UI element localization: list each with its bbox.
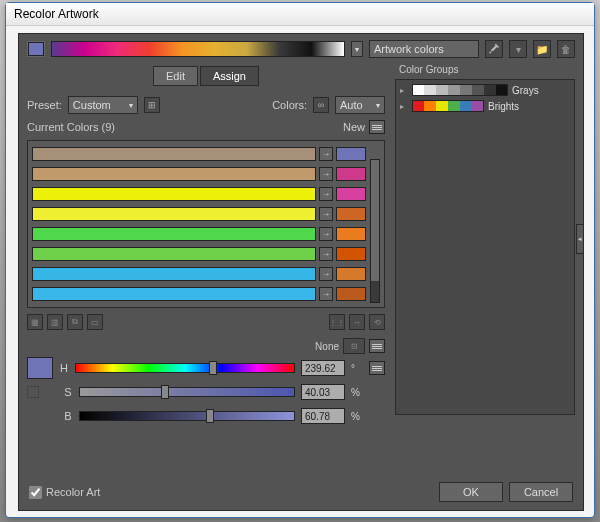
main-panel: ▾ Artwork colors ▾ 📁 🗑 Edit Assign Prese… [18,33,584,511]
list-toolbar: ▦ ▥ ⧉ ▭ ⋮⋮ ↔ ⟲ [27,314,385,330]
s-unit: % [351,387,363,398]
separate-icon[interactable]: ▥ [47,314,63,330]
disclosure-triangle-icon[interactable]: ▸ [400,102,408,111]
color-row[interactable]: → [32,225,366,243]
current-color-bar[interactable] [32,287,316,301]
b-unit: % [351,411,363,422]
new-row-icon[interactable]: ▭ [87,314,103,330]
colorspace-flyout-icon[interactable] [369,361,385,375]
preset-options-icon[interactable]: ⊞ [144,97,160,113]
b-label: B [63,410,73,422]
color-row[interactable]: → [32,205,366,223]
color-group-select-label: Artwork colors [374,43,444,55]
current-color-bar[interactable] [32,207,316,221]
disclosure-triangle-icon[interactable]: ▸ [400,86,408,95]
new-color-swatch[interactable] [336,227,366,241]
ok-button[interactable]: OK [439,482,503,502]
current-color-bar[interactable] [32,167,316,181]
out-of-gamut-icon[interactable] [27,386,39,398]
s-slider[interactable] [79,387,295,397]
s-slider-thumb[interactable] [161,385,169,399]
color-row[interactable]: → [32,145,366,163]
footer-row: Recolor Art OK Cancel [29,482,573,502]
folder-icon[interactable]: 📁 [533,40,551,58]
color-row[interactable]: → [32,265,366,283]
link-colors-icon[interactable]: ∞ [313,97,329,113]
titlebar[interactable]: Recolor Artwork [6,3,594,26]
s-value[interactable]: 40.03 [301,384,345,400]
new-color-swatch[interactable] [336,187,366,201]
assign-arrow-icon[interactable]: → [319,187,333,201]
current-colors-header: Current Colors (9) [27,121,115,133]
list-scrollbar[interactable] [370,159,380,303]
eyedropper-icon[interactable] [485,40,503,58]
assign-arrow-icon[interactable]: → [319,227,333,241]
h-value[interactable]: 239.62 [301,360,345,376]
find-icon[interactable]: ⋮⋮ [329,314,345,330]
h-unit: ° [351,363,363,374]
current-color-bar[interactable] [32,187,316,201]
h-slider[interactable] [75,363,295,373]
color-groups-list: ▸ Grays▸ Brights [395,79,575,415]
color-group-swatches [412,84,508,96]
collapse-toggle-icon[interactable]: ◂ [576,224,584,254]
hsb-swatch[interactable] [27,357,53,379]
cancel-button[interactable]: Cancel [509,482,573,502]
tab-edit[interactable]: Edit [153,66,198,86]
assign-arrow-icon[interactable]: → [319,147,333,161]
new-color-swatch[interactable] [336,267,366,281]
gradient-dropdown-arrow[interactable]: ▾ [351,41,363,57]
assign-arrow-icon[interactable]: → [319,267,333,281]
window-title: Recolor Artwork [14,7,99,21]
current-color-bar[interactable] [32,247,316,261]
color-group-item[interactable]: ▸ Grays [400,84,570,96]
b-slider-thumb[interactable] [206,409,214,423]
new-color-swatch[interactable] [336,167,366,181]
sort-icon[interactable]: ↔ [349,314,365,330]
scrollbar-thumb[interactable] [371,160,379,281]
hsb-panel: None ⊟ H 239.62 ° [27,338,385,430]
colors-label: Colors: [272,99,307,111]
assign-arrow-icon[interactable]: → [319,247,333,261]
tab-assign[interactable]: Assign [200,66,259,86]
preset-select[interactable]: Custom▾ [68,96,138,114]
new-color-swatch[interactable] [336,147,366,161]
colors-flyout-icon[interactable] [369,120,385,134]
color-row[interactable]: → [32,245,366,263]
color-row[interactable]: → [32,165,366,183]
artwork-gradient-strip[interactable] [51,41,345,57]
color-group-swatches [412,100,484,112]
trash-icon[interactable]: 🗑 [557,40,575,58]
color-row[interactable]: → [32,285,366,303]
color-group-select[interactable]: Artwork colors [369,40,479,58]
exclude-icon[interactable]: ⧉ [67,314,83,330]
color-group-name: Brights [488,101,519,112]
colors-value: Auto [340,99,363,111]
new-color-swatch[interactable] [336,247,366,261]
assign-arrow-icon[interactable]: → [319,287,333,301]
merge-icon[interactable]: ▦ [27,314,43,330]
color-group-item[interactable]: ▸ Brights [400,100,570,112]
none-label: None [315,341,339,352]
new-color-swatch[interactable] [336,287,366,301]
current-color-bar[interactable] [32,227,316,241]
current-color-bar[interactable] [32,147,316,161]
s-label: S [63,386,73,398]
h-label: H [59,362,69,374]
assign-arrow-icon[interactable]: → [319,207,333,221]
color-mode-icon[interactable]: ⊟ [343,338,365,354]
active-color-swatch[interactable] [27,41,45,57]
randomize-icon[interactable]: ⟲ [369,314,385,330]
colors-select[interactable]: Auto▾ [335,96,385,114]
b-value[interactable]: 60.78 [301,408,345,424]
color-assign-list: → → → → → → → → [27,140,385,308]
hsb-flyout-icon[interactable] [369,339,385,353]
b-slider[interactable] [79,411,295,421]
color-row[interactable]: → [32,185,366,203]
new-color-swatch[interactable] [336,207,366,221]
save-group-icon[interactable]: ▾ [509,40,527,58]
recolor-art-checkbox[interactable] [29,486,42,499]
current-color-bar[interactable] [32,267,316,281]
h-slider-thumb[interactable] [209,361,217,375]
assign-arrow-icon[interactable]: → [319,167,333,181]
